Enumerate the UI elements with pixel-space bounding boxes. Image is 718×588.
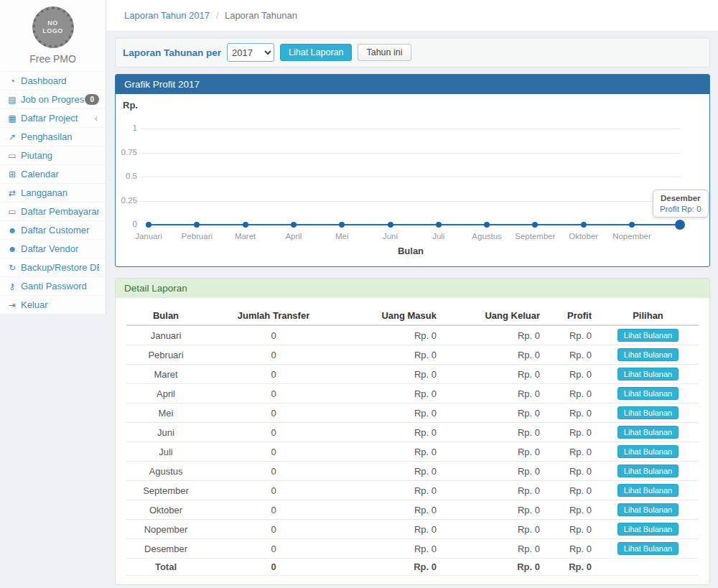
breadcrumb-link[interactable]: Laporan Tahun 2017 (124, 10, 210, 21)
sidebar-item-daftar-customer[interactable]: ☻Daftar Customer (0, 221, 106, 240)
cell-uang-masuk: Rp. 0 (342, 481, 442, 500)
sidebar-item-keluar[interactable]: ⇥Keluar (0, 296, 106, 314)
chart-tooltip: DesemberProfit Rp: 0 (653, 190, 709, 218)
chart-gridline (141, 177, 681, 177)
users-icon: ☻ (6, 244, 19, 254)
y-axis-tick-label: 0.25 (120, 196, 137, 205)
sidebar-item-penghasilan[interactable]: ↗Penghasilan (0, 128, 106, 146)
data-point-juli[interactable] (436, 222, 442, 228)
data-point-agustus[interactable] (484, 222, 490, 228)
sidebar-item-ganti-password[interactable]: ⚷Ganti Password (0, 277, 106, 296)
view-monthly-button-april[interactable]: Lihat Bulanan (617, 387, 679, 400)
view-monthly-button-agustus[interactable]: Lihat Bulanan (617, 465, 679, 477)
this-year-button[interactable]: Tahun ini (358, 44, 411, 61)
cell-uang-masuk: Rp. 0 (342, 403, 442, 423)
table-total-row: Total0Rp. 0Rp. 0Rp. 0 (126, 559, 699, 576)
sign-out-icon: ⇥ (6, 300, 19, 310)
view-monthly-button-september[interactable]: Lihat Bulanan (617, 484, 679, 497)
filter-label: Laporan Tahunan per (123, 47, 221, 58)
app-name: Free PMO (0, 53, 106, 65)
data-point-pebruari[interactable] (194, 222, 200, 228)
profit-line-chart: 10.750.50.250JanuariPebruariMaretAprilMe… (123, 120, 702, 261)
sidebar-item-label: Daftar Customer (21, 225, 99, 235)
cell-uang-keluar: Rp. 0 (442, 325, 546, 345)
cell-profit: Rp. 0 (546, 345, 597, 365)
cell-profit: Rp. 0 (546, 384, 597, 403)
sidebar-item-dashboard[interactable]: ◔Dashboard (0, 72, 106, 90)
x-axis-tick-label: Januari (122, 232, 175, 241)
view-monthly-button-pebruari[interactable]: Lihat Bulanan (617, 348, 679, 361)
data-point-maret[interactable] (243, 222, 248, 228)
total-uang-keluar: Rp. 0 (442, 559, 546, 576)
cell-profit: Rp. 0 (546, 423, 597, 442)
sidebar-item-backup-restore-db[interactable]: ↻Backup/Restore DB (0, 258, 106, 277)
cell-uang-masuk: Rp. 0 (342, 325, 442, 345)
money-icon: ▭ (6, 151, 19, 161)
sidebar-item-label: Daftar Project (21, 113, 95, 123)
cell-month: Desember (126, 539, 205, 559)
cell-action: Lihat Bulanan (597, 520, 699, 539)
cell-uang-keluar: Rp. 0 (442, 403, 546, 423)
data-point-mei[interactable] (339, 222, 345, 228)
cell-profit: Rp. 0 (546, 462, 597, 481)
profit-series-line (149, 224, 680, 225)
chart-gridline (141, 201, 681, 202)
data-point-september[interactable] (532, 222, 538, 228)
data-point-juni[interactable] (388, 222, 393, 228)
view-monthly-button-oktober[interactable]: Lihat Bulanan (617, 503, 679, 516)
data-point-nopember[interactable] (629, 222, 635, 228)
cell-transfer-count: 0 (205, 500, 342, 520)
sidebar-item-daftar-vendor[interactable]: ☻Daftar Vendor (0, 240, 106, 258)
total-profit: Rp. 0 (546, 559, 597, 576)
column-header-bulan: Bulan (126, 307, 205, 325)
sidebar-item-langganan[interactable]: ⇄Langganan (0, 184, 106, 202)
view-monthly-button-nopember[interactable]: Lihat Bulanan (617, 523, 679, 536)
data-point-oktober[interactable] (581, 222, 587, 228)
main-content: Laporan Tahun 2017 / Laporan Tahunan Lap… (106, 0, 718, 585)
cell-transfer-count: 0 (205, 462, 342, 481)
view-monthly-button-juli[interactable]: Lihat Bulanan (617, 445, 679, 458)
cell-uang-masuk: Rp. 0 (342, 442, 442, 462)
x-axis-tick-label: April (267, 232, 320, 241)
no-logo-badge: NO LOGO (32, 6, 74, 48)
cell-action: Lihat Bulanan (597, 462, 699, 481)
sidebar-item-daftar-pembayaran[interactable]: ▭Daftar Pembayaran (0, 202, 106, 221)
sidebar-item-label: Daftar Pembayaran (21, 206, 99, 217)
x-axis-tick-label: Mei (315, 232, 368, 241)
cell-month: Maret (126, 365, 205, 384)
sidebar-item-calendar[interactable]: ⊞Calendar (0, 165, 106, 184)
cell-action: Lihat Bulanan (597, 500, 699, 520)
x-axis-tick-label: Juni (364, 232, 417, 241)
view-report-button[interactable]: Lihat Laporan (280, 44, 352, 61)
sidebar-item-label: Langganan (21, 187, 99, 198)
monthly-report-table: BulanJumlah TransferUang MasukUang Kelua… (126, 307, 699, 576)
view-monthly-button-desember[interactable]: Lihat Bulanan (617, 542, 679, 555)
sidebar-item-daftar-project[interactable]: ▦Daftar Project‹ (0, 109, 106, 128)
chart-panel-title: Grafik Profit 2017 (116, 75, 709, 94)
sidebar-item-job-on-progress[interactable]: ▤Job on Progress0 (0, 90, 106, 109)
breadcrumb-current: Laporan Tahunan (225, 10, 297, 21)
year-select[interactable]: 2017 (227, 43, 274, 62)
cell-transfer-count: 0 (205, 384, 342, 403)
data-point-januari[interactable] (146, 222, 151, 228)
cell-month: Oktober (126, 500, 205, 520)
view-monthly-button-mei[interactable]: Lihat Bulanan (617, 406, 679, 419)
table-row-juli: Juli0Rp. 0Rp. 0Rp. 0Lihat Bulanan (126, 442, 699, 462)
detail-panel-title: Detail Laporan (116, 279, 709, 298)
cell-uang-masuk: Rp. 0 (342, 539, 442, 559)
view-monthly-button-maret[interactable]: Lihat Bulanan (617, 368, 679, 381)
data-point-desember[interactable] (675, 220, 685, 230)
cell-profit: Rp. 0 (546, 403, 597, 423)
data-point-april[interactable] (291, 222, 297, 228)
view-monthly-button-januari[interactable]: Lihat Bulanan (617, 329, 679, 342)
table-row-april: April0Rp. 0Rp. 0Rp. 0Lihat Bulanan (126, 384, 699, 403)
cell-action: Lihat Bulanan (597, 325, 699, 345)
cell-uang-keluar: Rp. 0 (442, 365, 546, 384)
dashboard-icon: ◔ (6, 76, 19, 86)
view-monthly-button-juni[interactable]: Lihat Bulanan (617, 426, 679, 439)
tooltip-value: Profit Rp: 0 (660, 205, 701, 213)
total-label: Total (126, 559, 205, 576)
sidebar-item-piutang[interactable]: ▭Piutang (0, 146, 106, 165)
cell-transfer-count: 0 (205, 345, 342, 365)
cell-transfer-count: 0 (205, 442, 342, 462)
